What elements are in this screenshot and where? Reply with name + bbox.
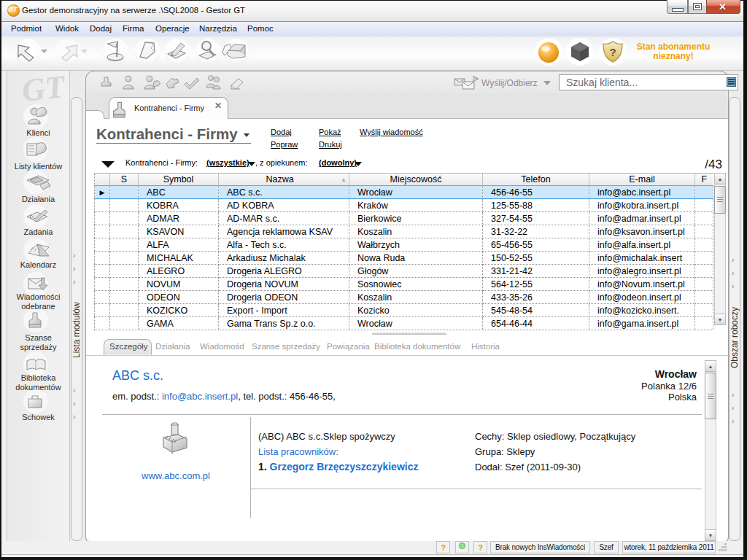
svg-text:nieznany!: nieznany! [653,51,693,61]
svg-text:?: ? [609,46,616,58]
svg-text:Stan abonamentu: Stan abonamentu [637,42,711,52]
